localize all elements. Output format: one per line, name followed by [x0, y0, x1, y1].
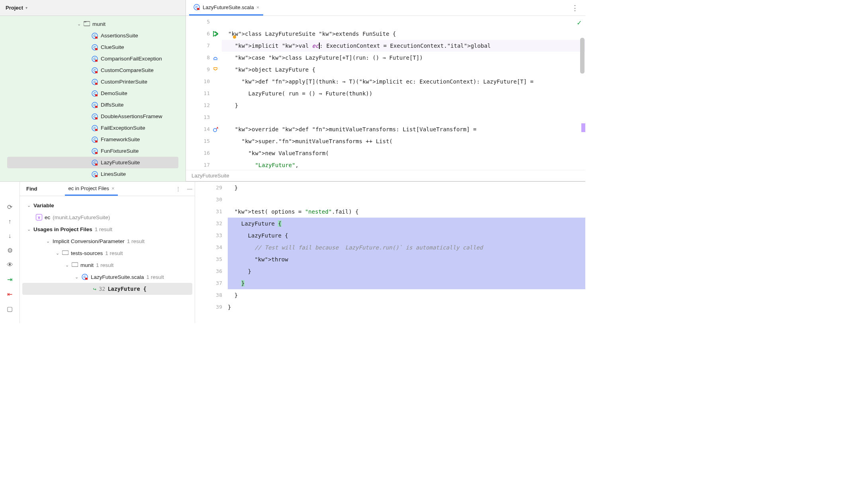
sidebar-tree: ⌄ munit CAssertionsSuiteCClueSuiteCCompa…: [0, 16, 186, 181]
find-result-line[interactable]: ↪ 32 LazyFuture {: [22, 283, 192, 295]
find-variable-group[interactable]: ⌄ Variable: [22, 199, 192, 211]
tree-file-assertionssuite[interactable]: CAssertionsSuite: [0, 30, 186, 41]
more-icon[interactable]: ⋮: [176, 186, 181, 192]
minimize-icon[interactable]: —: [187, 186, 192, 192]
sources-label: tests-sources: [71, 250, 103, 256]
tree-file-comparisonfailexception[interactable]: CComparisonFailException: [0, 53, 186, 64]
layout-icon[interactable]: ▢: [7, 305, 13, 313]
implicit-label: Implicit Conversion/Parameter: [53, 238, 125, 244]
tree-file-frameworksuite[interactable]: CFrameworkSuite: [0, 134, 186, 145]
preview-line[interactable]: }: [228, 277, 585, 289]
collapse-icon[interactable]: ⌄: [74, 275, 79, 280]
code-line[interactable]: LazyFuture( run = () ⇒ Future(thunk)): [222, 88, 585, 99]
find-file-group[interactable]: ⌄ C LazyFutureSuite.scala 1 result: [22, 271, 192, 283]
tree-file-linessuite[interactable]: CLinesSuite: [0, 168, 186, 180]
code-line[interactable]: "kw">case "kw">class LazyFuture[+T](run:…: [222, 52, 585, 64]
tree-file-funfixturesuite[interactable]: CFunFixtureSuite: [0, 145, 186, 157]
scala-file-icon: C: [91, 136, 98, 143]
breadcrumb[interactable]: LazyFutureSuite: [186, 170, 585, 181]
preview-line[interactable]: }: [228, 289, 585, 301]
import-icon[interactable]: ⇥: [7, 276, 12, 283]
gutter-icon[interactable]: [212, 31, 219, 37]
folder-icon: [84, 21, 90, 27]
code-line[interactable]: "kw">new ValueTransform(: [222, 147, 585, 159]
more-icon[interactable]: ⋮: [571, 4, 578, 12]
file-count: 1 result: [147, 274, 164, 280]
find-implicit-group[interactable]: ⌄ Implicit Conversion/Parameter 1 result: [22, 235, 192, 247]
tree-file-doubleassertionsframew[interactable]: CDoubleAssertionsFramew: [0, 111, 186, 122]
code-line[interactable]: "kw">object LazyFuture {: [222, 64, 585, 76]
find-title: Find: [26, 186, 37, 192]
settings-icon[interactable]: ⚙: [7, 247, 13, 254]
svg-rect-6: [95, 48, 98, 50]
scala-file-icon: C: [91, 67, 98, 74]
close-icon[interactable]: ×: [256, 4, 260, 10]
code-line[interactable]: "LazyFuture",: [222, 159, 585, 170]
code-line[interactable]: "kw">override "kw">def "fn">munitValueTr…: [222, 123, 585, 135]
find-sources-group[interactable]: ⌄ tests-sources 1 result: [22, 247, 192, 259]
collapse-icon[interactable]: ⌄: [65, 263, 69, 268]
find-munit-group[interactable]: ⌄ munit 1 result: [22, 259, 192, 271]
refresh-icon[interactable]: ⟳: [7, 203, 12, 211]
tree-file-customcomparesuite[interactable]: CCustomCompareSuite: [0, 64, 186, 76]
tree-file-lazyfuturesuite[interactable]: CLazyFutureSuite: [7, 157, 178, 168]
code-line[interactable]: [222, 16, 585, 28]
code-line[interactable]: "kw">implicit "kw">val ec: ExecutionCont…: [222, 40, 585, 52]
svg-rect-24: [95, 117, 98, 119]
tree-file-diffssuite[interactable]: CDiffsSuite: [0, 99, 186, 111]
gutter-icon[interactable]: [212, 55, 219, 60]
code-line[interactable]: "kw">super."fn">munitValueTransforms ++ …: [222, 135, 585, 147]
tree-folder-munit[interactable]: ⌄ munit: [0, 18, 186, 30]
code-line[interactable]: }: [222, 99, 585, 111]
svg-rect-39: [95, 175, 98, 177]
file-label: ClueSuite: [101, 44, 124, 50]
collapse-icon[interactable]: ⌄: [55, 251, 60, 256]
preview-code[interactable]: } "kw">test( options = "nested".fail) { …: [228, 182, 585, 323]
line-text: LazyFuture {: [108, 286, 147, 292]
check-icon: ✓: [577, 18, 581, 27]
close-icon[interactable]: ×: [111, 185, 115, 191]
find-tab[interactable]: ec in Project Files ×: [65, 182, 117, 196]
file-label: LazyFutureSuite.scala: [91, 274, 144, 280]
arrow-down-icon[interactable]: ↓: [8, 232, 12, 240]
code-line[interactable]: "kw">def "fn">apply[T](thunk: ⇒ T)("kw">…: [222, 76, 585, 88]
tree-file-failexceptionsuite[interactable]: CFailExceptionSuite: [0, 122, 186, 134]
scala-file-icon: C: [91, 78, 98, 86]
find-preview[interactable]: 2930313233343536373839 } "kw">test( opti…: [195, 182, 585, 323]
find-usages-group[interactable]: ⌄ Usages in Project Files 1 result: [22, 223, 192, 235]
preview-line[interactable]: LazyFuture {: [228, 230, 585, 241]
preview-line[interactable]: [228, 194, 585, 206]
find-variable-item[interactable]: v ec (munit.LazyFutureSuite): [22, 211, 192, 223]
code-line[interactable]: "kw">class LazyFutureSuite "kw">extends …: [222, 28, 585, 40]
gutter-icon[interactable]: [212, 67, 219, 72]
jump-icon: ↪: [93, 286, 96, 292]
preview-line[interactable]: }: [228, 182, 585, 194]
tree-file-customprintersuite[interactable]: CCustomPrinterSuite: [0, 76, 186, 88]
eye-icon[interactable]: 👁: [7, 261, 13, 269]
collapse-icon[interactable]: ⌄: [26, 227, 31, 232]
preview-line[interactable]: }: [228, 265, 585, 277]
preview-line[interactable]: "kw">throw "kw">new RuntimeException("BO…: [228, 253, 585, 265]
tree-file-cluesuite[interactable]: CClueSuite: [0, 41, 186, 53]
gutter-icon[interactable]: [212, 127, 219, 132]
sidebar-header[interactable]: Project ▾: [0, 0, 186, 16]
preview-line[interactable]: LazyFuture {: [228, 218, 585, 230]
collapse-icon[interactable]: ⌄: [45, 239, 50, 244]
collapse-icon[interactable]: ⌄: [76, 21, 81, 27]
svg-rect-42: [197, 8, 199, 10]
warning-marker[interactable]: [581, 123, 585, 132]
scrollbar[interactable]: [580, 38, 585, 74]
preview-line[interactable]: // Test will fail because LazyFuture.run…: [228, 241, 585, 253]
collapse-icon[interactable]: ⌄: [26, 203, 31, 208]
arrow-up-icon[interactable]: ↑: [8, 218, 12, 225]
preview-line[interactable]: }: [228, 301, 585, 313]
editor-body[interactable]: 567891011121314151617 "kw">class LazyFut…: [186, 16, 585, 170]
code-line[interactable]: [222, 111, 585, 123]
export-icon[interactable]: ⇤: [7, 290, 12, 298]
preview-line[interactable]: "kw">test( options = "nested".fail) {: [228, 206, 585, 218]
editor-code[interactable]: "kw">class LazyFutureSuite "kw">extends …: [222, 16, 585, 170]
tab-label: LazyFutureSuite.scala: [203, 4, 254, 10]
tree-file-demosuite[interactable]: CDemoSuite: [0, 88, 186, 99]
variable-label: Variable: [33, 203, 54, 208]
tab-lazyfuturesuite[interactable]: C LazyFutureSuite.scala ×: [189, 0, 263, 16]
